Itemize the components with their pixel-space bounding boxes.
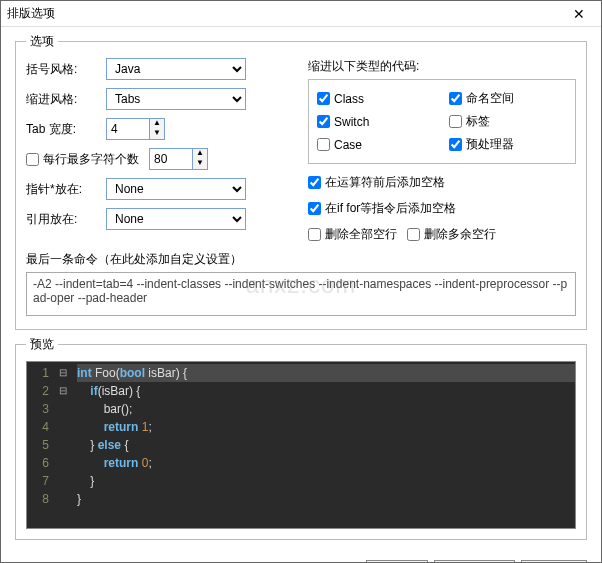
max-chars-input[interactable] [149,148,193,170]
brace-style-label: 括号风格: [26,61,106,78]
max-chars-spinner[interactable]: ▲▼ [149,148,208,170]
pad-oper-checkbox[interactable]: 在运算符前后添加空格 [308,174,445,191]
footer: 由 Artistic Style Version 3.2 beta ✔OK ✘C… [1,554,601,563]
indent-style-label: 缩进风格: [26,91,106,108]
tab-width-input[interactable] [106,118,150,140]
max-chars-label: 每行最多字符个数 [43,151,139,168]
last-cmd-label: 最后一条命令（在此处添加自定义设置） [26,251,576,268]
code-editor[interactable]: 12345678 ⊟⊟ int Foo(bool isBar) { if(isB… [26,361,576,529]
line-gutter: 12345678 [27,362,55,528]
brace-style-select[interactable]: Java [106,58,246,80]
spin-down-icon[interactable]: ▼ [150,129,164,139]
tab-width-label: Tab 宽度: [26,121,106,138]
preview-group: 预览 12345678 ⊟⊟ int Foo(bool isBar) { if(… [15,336,587,540]
namespace-checkbox[interactable]: 命名空间 [449,90,557,107]
pointer-label: 指针*放在: [26,181,106,198]
window-title: 排版选项 [7,5,563,22]
options-group: 选项 括号风格: Java 缩进风格: Tabs Tab 宽度: ▲▼ [15,33,587,330]
preprocessor-checkbox[interactable]: 预处理器 [449,136,557,153]
tab-width-spinner[interactable]: ▲▼ [106,118,165,140]
indent-style-select[interactable]: Tabs [106,88,246,110]
pad-header-checkbox[interactable]: 在if for等指令后添加空格 [308,200,456,217]
reference-label: 引用放在: [26,211,106,228]
pointer-select[interactable]: None [106,178,246,200]
fold-icon[interactable]: ⊟ [55,364,71,382]
preview-legend: 预览 [26,336,58,353]
max-chars-checkbox[interactable]: 每行最多字符个数 [26,151,139,168]
reference-select[interactable]: None [106,208,246,230]
del-extra-blank-checkbox[interactable]: 删除多余空行 [407,226,496,243]
class-checkbox[interactable]: Class [317,90,425,107]
indent-types-label: 缩进以下类型的代码: [308,58,576,75]
close-icon[interactable]: ✕ [563,6,595,22]
label-checkbox[interactable]: 标签 [449,113,557,130]
cmd-text-input[interactable]: -A2 --indent=tab=4 --indent-classes --in… [26,272,576,316]
titlebar: 排版选项 ✕ [1,1,601,27]
case-checkbox[interactable]: Case [317,136,425,153]
code-body: int Foo(bool isBar) { if(isBar) { bar();… [71,362,575,528]
fold-icon[interactable]: ⊟ [55,382,71,400]
switch-checkbox[interactable]: Switch [317,113,425,130]
del-all-blank-checkbox[interactable]: 删除全部空行 [308,226,397,243]
spin-down-icon[interactable]: ▼ [193,159,207,169]
content-area: 选项 括号风格: Java 缩进风格: Tabs Tab 宽度: ▲▼ [1,27,601,554]
options-legend: 选项 [26,33,58,50]
indent-types-box: Class 命名空间 Switch 标签 Case 预处理器 [308,79,576,164]
fold-column: ⊟⊟ [55,362,71,528]
